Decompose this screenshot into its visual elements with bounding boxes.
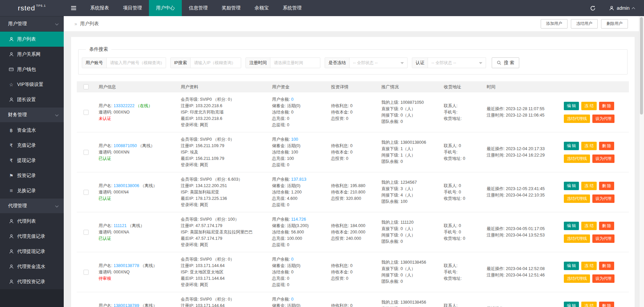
freeze-user-button[interactable]: 冻结用户 (571, 19, 598, 29)
freeze-button[interactable]: 冻 结 (581, 262, 596, 270)
set-agent-button[interactable]: 设为代理 (592, 234, 614, 243)
menu-toggle-button[interactable] (64, 0, 83, 16)
sidebar-item-exchange-records[interactable]: ≡兑换记录 (0, 183, 64, 198)
freeze-button[interactable]: 冻 结 (581, 102, 596, 110)
cell-text: （离线） (126, 223, 144, 228)
cell-text: 待收利息: 184.000 (331, 223, 365, 228)
freeze-agent-line-button[interactable]: 冻结代理线 (564, 115, 590, 123)
nav-item-yuebao[interactable]: 余额宝 (248, 0, 276, 16)
admin-menu[interactable]: admin (604, 0, 644, 16)
cell-text: 会员等级: SVIP0 （积分: 100） (181, 217, 239, 222)
freeze-button[interactable]: 冻 结 (581, 142, 596, 150)
freeze-button[interactable]: 冻 结 (581, 182, 596, 190)
username-link[interactable]: 1008871050 (113, 143, 137, 148)
cell-text: 会员等级: SVIP0 （积分: 0） (181, 297, 234, 302)
cell-line: 登录环境: 网页 (181, 202, 265, 208)
cell-text: 总投资: 0 (331, 156, 348, 161)
column-header: 投资详情 (328, 84, 378, 90)
sidebar-item-invest-records[interactable]: ⚑投资记录 (0, 168, 64, 183)
edit-button[interactable]: 编 辑 (564, 142, 579, 150)
ip-input[interactable] (191, 58, 241, 68)
account-input[interactable] (107, 58, 166, 68)
username-link[interactable]: 111121 (113, 223, 126, 228)
sidebar-item-label: VIP等级设置 (17, 82, 44, 88)
table-row: 用户名: 13800138778 （离线）邀请码: 000XNQ待审核会员等级:… (77, 252, 629, 292)
cell-line: 联系人: 0 (444, 223, 480, 229)
freeze-select[interactable]: -- 全部状态 -- (350, 58, 407, 68)
set-agent-button[interactable]: 设为代理 (592, 115, 614, 123)
refresh-button[interactable] (582, 0, 604, 16)
set-agent-button[interactable]: 设为代理 (592, 194, 614, 203)
sidebar-item-leader-settings[interactable]: 团长设置 (0, 92, 64, 107)
sidebar-item-agent-fund-flow[interactable]: 代理资金流水 (0, 259, 64, 274)
delete-button[interactable]: 删 除 (599, 262, 614, 270)
row-checkbox[interactable] (84, 230, 89, 235)
freeze-agent-line-button[interactable]: 冻结代理线 (564, 234, 590, 243)
cell-text: 直接下级: 0（人） (381, 226, 415, 231)
sidebar-section-finance-management[interactable]: 财务管理 (0, 107, 64, 123)
sidebar-item-withdraw-records[interactable]: ₹提现记录 (0, 153, 64, 168)
sidebar-section-user-management[interactable]: 用户管理 (0, 16, 64, 32)
username-link[interactable]: 13800138778 (113, 263, 139, 268)
cell-text: 储蓄金: 活期(0) (272, 143, 301, 148)
username-link[interactable]: 133322222 (113, 103, 135, 108)
row-checkbox[interactable] (84, 150, 89, 155)
verify-select[interactable]: -- 全部状态 -- (428, 58, 486, 68)
row-checkbox[interactable] (84, 190, 89, 195)
sidebar-section-agent-management[interactable]: 代理管理 (0, 198, 64, 214)
cell-line: 注册时间: 2023-04-04 13:52:53 (487, 232, 557, 238)
delete-button[interactable]: 删 除 (599, 102, 614, 110)
sidebar-item-agent-recharge-records[interactable]: 代理充值记录 (0, 229, 64, 244)
cell-text: 注册时间: 2023-12-28 11:06:45 (487, 113, 544, 118)
username-link[interactable]: 13800138789 (113, 303, 139, 307)
table-row: 用户名: 13800138006 （离线）邀请码: 000XN4已认证会员等级:… (77, 172, 629, 212)
scrollbar-thumb[interactable] (640, 17, 643, 115)
username-link[interactable]: 13800138006 (113, 183, 139, 188)
row-checkbox-cell (77, 230, 95, 235)
sidebar-item-agent-invest-records[interactable]: 代理投资记录 (0, 274, 64, 289)
delete-button[interactable]: 删 除 (599, 302, 614, 307)
sidebar-item-user-network[interactable]: 用户关系网 (0, 47, 64, 62)
delete-button[interactable]: 删 除 (599, 142, 614, 150)
sidebar-item-agent-list[interactable]: 代理列表 (0, 214, 64, 229)
sidebar-item-user-wallet[interactable]: 用户钱包 (0, 62, 64, 77)
edit-button[interactable]: 编 辑 (564, 182, 579, 190)
edit-button[interactable]: 编 辑 (564, 262, 579, 270)
nav-item-system[interactable]: 系统管理 (276, 0, 309, 16)
sidebar-item-agent-withdraw-records[interactable]: 代理提现记录 (0, 244, 64, 259)
freeze-agent-line-button[interactable]: 冻结代理线 (564, 194, 590, 203)
flag-icon: ⚑ (8, 173, 14, 178)
search-button[interactable]: 搜 索 (492, 57, 519, 68)
sidebar-item-fund-flow[interactable]: ฿资金流水 (0, 123, 64, 138)
select-all-checkbox[interactable] (84, 84, 89, 89)
edit-button[interactable]: 编 辑 (564, 102, 579, 110)
nav-item-projects[interactable]: 项目管理 (116, 0, 149, 16)
regtime-input[interactable] (270, 58, 320, 68)
freeze-agent-line-button[interactable]: 冻结代理线 (564, 155, 590, 163)
sidebar-item-user-list[interactable]: 用户列表 (0, 32, 64, 47)
cell-line: 邀请码: 000XNA (99, 229, 174, 235)
delete-user-button[interactable]: 删除用户 (601, 19, 628, 29)
sidebar-item-vip-level-settings[interactable]: ☆VIP等级设置 (0, 77, 64, 92)
row-checkbox[interactable] (84, 110, 89, 115)
nav-item-reports[interactable]: 系统报表 (83, 0, 116, 16)
freeze-agent-line-button[interactable]: 冻结代理线 (564, 274, 590, 283)
nav-item-user-center[interactable]: 用户中心 (149, 0, 182, 16)
delete-button[interactable]: 删 除 (599, 182, 614, 190)
row-checkbox[interactable] (84, 270, 89, 275)
nav-item-info[interactable]: 信息管理 (182, 0, 215, 16)
cell-text: 直接下级: 1（人） (381, 146, 415, 151)
freeze-button[interactable]: 冻 结 (581, 302, 596, 307)
user-profile-cell: 会员等级: SVIP0 （积分: 6.603）注册IP: 134.122.200… (177, 176, 269, 208)
set-agent-button[interactable]: 设为代理 (592, 155, 614, 163)
add-user-button[interactable]: 添加用户 (541, 19, 568, 29)
freeze-button[interactable]: 冻 结 (581, 222, 596, 230)
edit-button[interactable]: 编 辑 (564, 222, 579, 230)
sidebar-item-recharge-records[interactable]: ₹充值记录 (0, 138, 64, 153)
nav-item-rewards[interactable]: 奖励管理 (215, 0, 248, 16)
set-agent-button[interactable]: 设为代理 (592, 274, 614, 283)
edit-button[interactable]: 编 辑 (564, 302, 579, 307)
vertical-scrollbar[interactable] (639, 16, 644, 307)
promotion-cell: 我的上级: 111120直接下级: 0（人）间接下级: 0（人）团队余额: 0 (378, 219, 440, 245)
delete-button[interactable]: 删 除 (599, 222, 614, 230)
